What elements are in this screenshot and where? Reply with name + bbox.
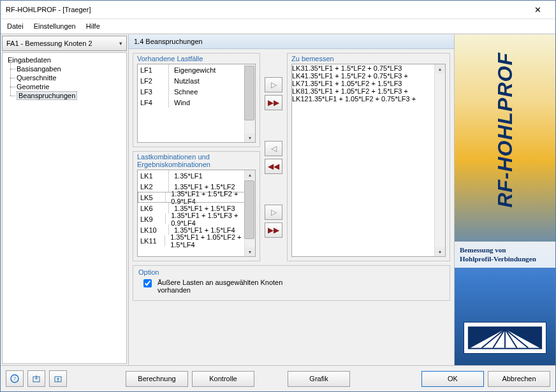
scroll-up-icon[interactable]: ▴ [245,170,255,179]
list-item[interactable]: LK51.35*LF1 + 1.5*LF2 + 0.9*LF4 [138,192,255,203]
list-item[interactable]: LF1Eigengewicht [138,64,255,75]
list-item[interactable]: LK71.35*LF1 + 1.05*LF2 + 1.5*LF3 [292,80,445,87]
checkbox-label: Äußere Lasten an ausgewählten Knoten vor… [157,279,311,294]
scroll-down-icon[interactable]: ▾ [245,247,255,256]
combos-group: Lastkombinationen und Ergebniskombinatio… [133,151,260,261]
menu-help[interactable]: Hilfe [86,22,100,30]
tree-item-beanspruchungen[interactable]: Beanspruchungen [15,91,126,100]
menubar: Datei Einstellungen Hilfe [1,19,555,34]
design-title: Zu bemessen [288,54,450,64]
move-left-all-button[interactable]: ◀◀ [265,159,282,174]
loadcases-title: Vorhandene Lastfälle [133,54,260,64]
import-button[interactable] [27,370,45,387]
move-right-button[interactable]: ▷ [265,77,282,92]
move-right-all-button[interactable]: ▶▶ [265,95,282,110]
move-left-button[interactable]: ◁ [265,141,282,156]
brand-pane: RF-HOHLPROF Bemessung von Hohlprofil-Ver… [454,34,555,365]
external-loads-checkbox[interactable]: Äußere Lasten an ausgewählten Knoten vor… [138,279,444,294]
loadcases-list[interactable]: LF1EigengewichtLF2NutzlastLF3SchneeLF4Wi… [137,64,256,143]
option-title: Option [138,268,444,279]
list-item[interactable]: LK11.35*LF1 [138,170,255,181]
move-right-all-button-2[interactable]: ▶▶ [265,222,282,238]
bottom-bar: ? Berechnung Kontrolle Grafik OK Abbrech… [1,365,555,391]
list-item[interactable]: LK31.35*LF1 + 1.5*LF2 + 0.75*LF3 [292,64,445,72]
lists-row: Vorhandene Lastfälle LF1EigengewichtLF2N… [129,49,454,261]
design-group: Zu bemessen LK31.35*LF1 + 1.5*LF2 + 0.75… [287,53,450,261]
tree-item-basisangaben[interactable]: Basisangaben [15,64,126,73]
list-item[interactable]: LF3Schnee [138,86,255,97]
brand-name: RF-HOHLPROF [494,52,517,208]
loadcases-group: Vorhandene Lastfälle LF1EigengewichtLF2N… [133,53,260,147]
section-header: 1.4 Beanspruchungen [129,34,454,49]
menu-file[interactable]: Datei [7,22,24,30]
brand-subtitle: Bemessung von Hohlprofil-Verbindungen [455,242,555,268]
left-column: FA1 - Bemessung Knoten 2 ▾ Eingabedaten … [1,34,129,365]
list-item[interactable]: LK81.35*LF1 + 1.05*LF2 + 1.5*LF3 + [292,87,445,95]
tree-item-geometrie[interactable]: Geometrie [15,82,126,91]
menu-settings[interactable]: Einstellungen [34,22,76,30]
check-button[interactable]: Kontrolle [192,371,254,387]
design-list[interactable]: LK31.35*LF1 + 1.5*LF2 + 0.75*LF3LK41.35*… [291,64,446,257]
checkbox-icon[interactable] [143,279,152,287]
cancel-button[interactable]: Abbrechen [488,371,550,387]
export-button[interactable] [49,370,67,387]
calculate-button[interactable]: Berechnung [126,371,188,387]
list-item[interactable]: LK121.35*LF1 + 1.05*LF2 + 0.75*LF3 + [292,95,445,103]
combos-list[interactable]: LK11.35*LF1LK21.35*LF1 + 1.5*LF2LK51.35*… [137,170,256,257]
option-group: Option Äußere Lasten an ausgewählten Kno… [133,265,450,301]
case-combo[interactable]: FA1 - Bemessung Knoten 2 ▾ [2,36,127,51]
list-item[interactable]: LF4Wind [138,97,255,108]
tree-root-label[interactable]: Eingabedaten [6,55,126,64]
scroll-down-icon[interactable]: ▾ [245,133,255,142]
scrollbar[interactable]: ▴ ▾ [244,170,255,256]
tree-item-querschnitte[interactable]: Querschnitte [15,73,126,82]
available-column: Vorhandene Lastfälle LF1EigengewichtLF2N… [133,53,260,261]
app-window: RF-HOHLPROF - [Traeger] ✕ Datei Einstell… [0,0,556,392]
list-item[interactable]: LF2Nutzlast [138,75,255,86]
ok-button[interactable]: OK [421,371,484,387]
help-button[interactable]: ? [6,370,24,387]
close-button[interactable]: ✕ [525,1,550,18]
graphic-button[interactable]: Grafik [288,371,350,387]
brand-title: RF-HOHLPROF [455,41,555,219]
svg-text:?: ? [13,375,16,382]
scrollbar[interactable]: ▴ ▾ [434,64,445,256]
combos-title: Lastkombinationen und Ergebniskombinatio… [133,152,260,170]
list-item[interactable]: LK91.35*LF1 + 1.5*LF3 + 0.9*LF4 [138,214,255,224]
move-right-button-2[interactable]: ▷ [265,205,282,220]
scroll-down-icon[interactable]: ▾ [435,247,445,256]
content-panel: 1.4 Beanspruchungen Vorhandene Lastfälle… [129,34,454,365]
transfer-buttons: ▷ ▶▶ ◁ ◀◀ ▷ ▶▶ [264,53,283,261]
titlebar: RF-HOHLPROF - [Traeger] ✕ [1,1,555,19]
list-item[interactable]: LK41.35*LF1 + 1.5*LF2 + 0.75*LF3 + [292,72,445,80]
scroll-up-icon[interactable]: ▴ [435,64,445,73]
window-title: RF-HOHLPROF - [Traeger] [6,6,525,13]
nav-tree[interactable]: Eingabedaten BasisangabenQuerschnitteGeo… [2,52,127,364]
list-item[interactable]: LK111.35*LF1 + 1.05*LF2 + 1.5*LF4 [138,235,255,246]
brand-logo [464,322,546,354]
case-combo-value: FA1 - Bemessung Knoten 2 [6,40,92,47]
main-area: 1.4 Beanspruchungen Vorhandene Lastfälle… [129,34,555,365]
scrollbar[interactable]: ▾ [244,64,255,142]
body: FA1 - Bemessung Knoten 2 ▾ Eingabedaten … [1,34,555,365]
chevron-down-icon: ▾ [119,40,122,47]
